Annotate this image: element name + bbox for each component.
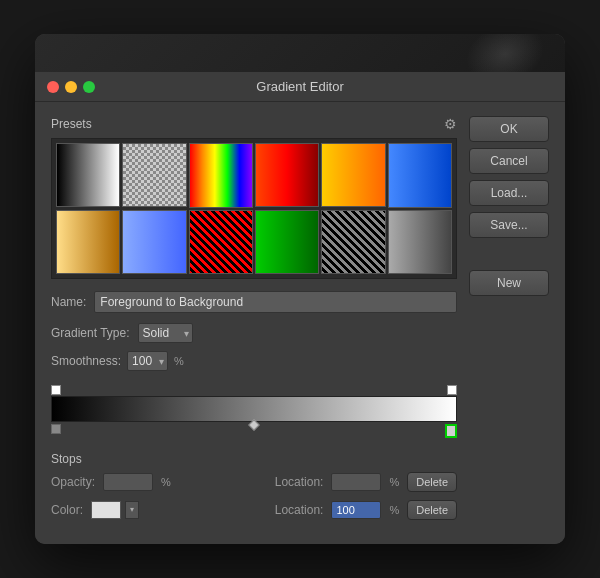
stops-heading: Stops <box>51 452 457 466</box>
main-content: Presets ⚙ <box>35 102 565 544</box>
left-panel: Presets ⚙ <box>51 116 457 528</box>
opacity-location-label: Location: <box>275 475 324 489</box>
name-input[interactable] <box>94 291 457 313</box>
smoothness-select-wrapper[interactable]: 100 <box>127 351 168 371</box>
opacity-delete-button[interactable]: Delete <box>407 472 457 492</box>
gradient-type-row: Gradient Type: Solid Noise <box>51 323 457 343</box>
right-panel: OK Cancel Load... Save... New <box>469 116 549 528</box>
preset-item[interactable] <box>388 143 452 207</box>
gradient-type-select-wrapper[interactable]: Solid Noise <box>138 323 193 343</box>
gradient-editor-window: Gradient Editor Presets ⚙ <box>35 34 565 544</box>
close-button[interactable] <box>47 81 59 93</box>
color-label: Color: <box>51 503 83 517</box>
color-row: Color: ▾ Location: % Delete <box>51 500 457 520</box>
color-swatch[interactable] <box>91 501 121 519</box>
preset-item[interactable] <box>255 143 319 207</box>
ok-button[interactable]: OK <box>469 116 549 142</box>
preset-item[interactable] <box>321 143 385 207</box>
color-location-unit: % <box>389 504 399 516</box>
preset-item[interactable] <box>122 210 186 274</box>
top-stop-row <box>51 381 457 395</box>
opacity-unit: % <box>161 476 171 488</box>
smoothness-row: Smoothness: 100 % <box>51 351 457 371</box>
preset-item[interactable] <box>122 143 186 207</box>
smoothness-select[interactable]: 100 <box>127 351 168 371</box>
traffic-lights <box>47 81 95 93</box>
gradient-section <box>51 381 457 444</box>
preset-item[interactable] <box>321 210 385 274</box>
load-button[interactable]: Load... <box>469 180 549 206</box>
opacity-input[interactable] <box>103 473 153 491</box>
window-art-decoration <box>35 34 565 72</box>
presets-label: Presets <box>51 117 92 131</box>
color-stop-black[interactable] <box>51 424 61 434</box>
main-layout: Presets ⚙ <box>51 116 549 528</box>
preset-item[interactable] <box>189 210 253 274</box>
new-button[interactable]: New <box>469 270 549 296</box>
maximize-button[interactable] <box>83 81 95 93</box>
cancel-button[interactable]: Cancel <box>469 148 549 174</box>
window-title: Gradient Editor <box>256 79 343 94</box>
opacity-stop-right[interactable] <box>447 385 457 395</box>
name-row: Name: <box>51 291 457 313</box>
gradient-bar[interactable] <box>51 396 457 422</box>
bottom-stop-row <box>51 424 457 444</box>
opacity-location-input[interactable] <box>331 473 381 491</box>
gradient-type-select[interactable]: Solid Noise <box>138 323 193 343</box>
color-location-input[interactable] <box>331 501 381 519</box>
opacity-location-unit: % <box>389 476 399 488</box>
color-swatch-row: ▾ <box>91 501 139 519</box>
gear-icon[interactable]: ⚙ <box>444 116 457 132</box>
color-stop-white-selected[interactable] <box>445 424 457 438</box>
preset-item[interactable] <box>388 210 452 274</box>
opacity-label: Opacity: <box>51 475 95 489</box>
smoothness-label: Smoothness: <box>51 354 121 368</box>
name-label: Name: <box>51 295 86 309</box>
stops-section: Stops Opacity: % Location: % Delete <box>51 452 457 520</box>
gradient-type-label: Gradient Type: <box>51 326 130 340</box>
preset-item[interactable] <box>255 210 319 274</box>
opacity-stop-left[interactable] <box>51 385 61 395</box>
color-dropdown-icon[interactable]: ▾ <box>125 501 139 519</box>
presets-section-header: Presets ⚙ <box>51 116 457 132</box>
save-button[interactable]: Save... <box>469 212 549 238</box>
preset-item[interactable] <box>56 210 120 274</box>
title-bar: Gradient Editor <box>35 72 565 102</box>
opacity-row: Opacity: % Location: % Delete <box>51 472 457 492</box>
smoothness-unit: % <box>174 355 184 367</box>
preset-item[interactable] <box>189 143 253 207</box>
color-location-label: Location: <box>275 503 324 517</box>
color-delete-button[interactable]: Delete <box>407 500 457 520</box>
minimize-button[interactable] <box>65 81 77 93</box>
preset-item[interactable] <box>56 143 120 207</box>
presets-grid[interactable] <box>51 138 457 279</box>
